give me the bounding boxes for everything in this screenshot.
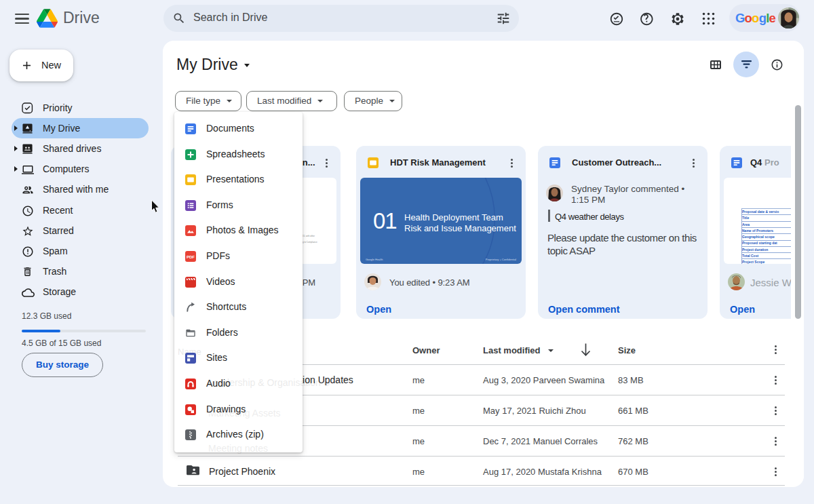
svg-text:PDF: PDF (187, 255, 195, 259)
